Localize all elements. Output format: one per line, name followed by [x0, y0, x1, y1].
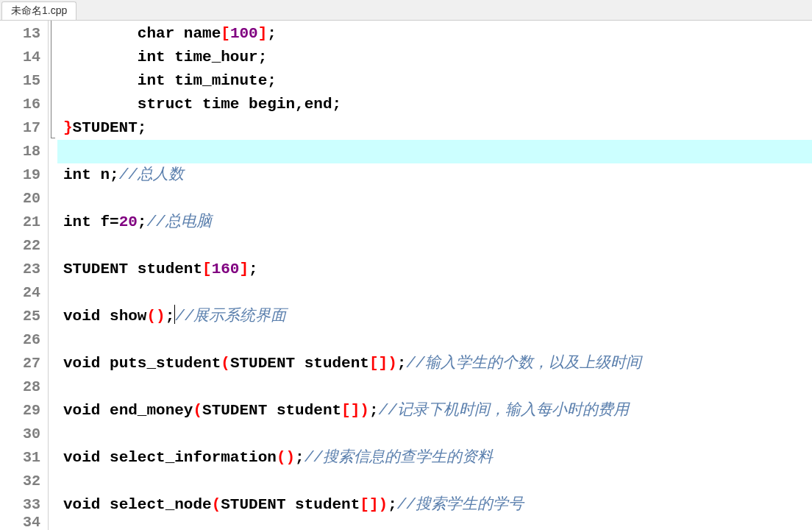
line-number: 30: [0, 423, 48, 446]
keyword: void: [63, 355, 100, 372]
line-number: 25: [0, 305, 48, 328]
keyword: int: [138, 72, 165, 89]
line-number: 28: [0, 375, 48, 399]
line-number: 16: [0, 93, 48, 116]
line-number: 22: [0, 234, 48, 258]
comment: //搜索学生的学号: [397, 496, 524, 513]
code-line[interactable]: char name[100];: [57, 22, 812, 46]
line-number: 19: [0, 163, 48, 187]
keyword: void: [63, 496, 100, 513]
keyword: int: [138, 49, 165, 66]
line-number: 20: [0, 187, 48, 211]
code-line[interactable]: [57, 187, 812, 211]
code-line[interactable]: [57, 517, 812, 529]
keyword: int: [63, 213, 91, 230]
keyword: void: [63, 402, 100, 419]
code-line[interactable]: int n;//总人数: [57, 163, 812, 187]
code-line[interactable]: int f=20;//总电脑: [57, 211, 812, 234]
code-editor[interactable]: 1314151617181920212223242526272829303132…: [0, 21, 812, 530]
line-number: 34: [0, 517, 48, 529]
keyword: char: [138, 25, 174, 42]
code-line[interactable]: [57, 375, 812, 399]
fold-margin: [49, 21, 57, 530]
tab-bar: 未命名1.cpp: [0, 0, 812, 21]
brace-close-icon: }: [63, 119, 73, 136]
code-line[interactable]: struct time begin,end;: [57, 93, 812, 116]
line-number: 31: [0, 446, 48, 470]
code-line[interactable]: }STUDENT;: [57, 116, 812, 140]
line-number: 32: [0, 470, 48, 493]
code-line[interactable]: void puts_student(STUDENT student[]);//输…: [57, 352, 812, 375]
keyword: void: [63, 449, 100, 466]
text-cursor-icon: [174, 305, 175, 324]
comment: //记录下机时间，输入每小时的费用: [379, 402, 629, 419]
code-line[interactable]: int tim_minute;: [57, 69, 812, 93]
line-number: 18: [0, 140, 48, 163]
tab-filename: 未命名1.cpp: [11, 4, 67, 16]
code-line[interactable]: void end_money(STUDENT student[]);//记录下机…: [57, 399, 812, 423]
line-number: 14: [0, 46, 48, 69]
comment: //输入学生的个数，以及上级时间: [406, 355, 641, 372]
line-number: 27: [0, 352, 48, 375]
code-line[interactable]: [57, 423, 812, 446]
code-line[interactable]: [57, 281, 812, 305]
keyword: int: [63, 166, 91, 183]
code-line[interactable]: STUDENT student[160];: [57, 258, 812, 281]
code-line[interactable]: [57, 328, 812, 352]
code-line[interactable]: [57, 470, 812, 493]
line-number: 17: [0, 116, 48, 140]
line-number: 21: [0, 211, 48, 234]
line-number-gutter: 1314151617181920212223242526272829303132…: [0, 21, 49, 530]
line-number: 24: [0, 281, 48, 305]
line-number: 13: [0, 22, 48, 46]
keyword: void: [63, 308, 100, 325]
file-tab[interactable]: 未命名1.cpp: [1, 1, 76, 20]
comment: //搜索信息的查学生的资料: [304, 449, 493, 466]
code-line[interactable]: void show();//展示系统界面: [57, 305, 812, 328]
line-number: 15: [0, 69, 48, 93]
current-line[interactable]: [57, 140, 812, 163]
keyword: struct: [138, 96, 193, 113]
line-number: 23: [0, 258, 48, 281]
line-number: 29: [0, 399, 48, 423]
code-line[interactable]: int time_hour;: [57, 46, 812, 69]
code-line[interactable]: void select_information();//搜索信息的查学生的资料: [57, 446, 812, 470]
comment: //总电脑: [146, 213, 211, 230]
code-area[interactable]: char name[100]; int time_hour; int tim_m…: [57, 21, 812, 530]
line-number: 26: [0, 328, 48, 352]
comment: //展示系统界面: [175, 308, 286, 325]
comment: //总人数: [119, 166, 184, 183]
fold-line-icon: [51, 21, 51, 138]
code-line[interactable]: [57, 234, 812, 258]
code-line[interactable]: void select_node(STUDENT student[]);//搜索…: [57, 493, 812, 517]
